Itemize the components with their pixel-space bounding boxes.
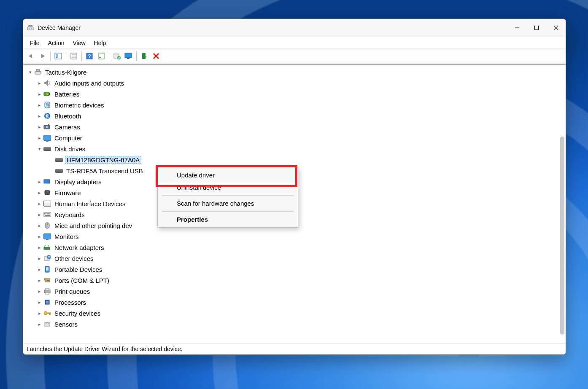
properties-icon xyxy=(70,53,78,59)
tree-item-biometric[interactable]: ▸Biometric devices xyxy=(24,99,565,110)
chevron-right-icon[interactable]: ▸ xyxy=(36,244,43,251)
tree-item-cameras[interactable]: ▸Cameras xyxy=(24,121,565,132)
context-menu-update-driver[interactable]: Update driver xyxy=(158,169,297,181)
tree-item-monitors[interactable]: ▸Monitors xyxy=(24,231,565,242)
tree-item-printqueues[interactable]: ▸Print queues xyxy=(24,286,565,297)
chevron-right-icon[interactable]: ▸ xyxy=(36,233,43,240)
svg-rect-26 xyxy=(35,71,41,74)
keyboard-icon xyxy=(43,211,51,218)
chevron-right-icon[interactable]: ▸ xyxy=(36,123,43,131)
battery-icon xyxy=(43,90,51,98)
chevron-right-icon[interactable]: ▸ xyxy=(36,79,43,87)
context-menu-uninstall-device[interactable]: Uninstall device xyxy=(158,181,297,193)
chevron-right-icon[interactable]: ▸ xyxy=(36,309,43,317)
arrow-left-icon xyxy=(27,53,35,59)
disk-icon xyxy=(55,167,63,174)
forward-button[interactable] xyxy=(37,51,49,62)
tree-item-computer[interactable]: ▸Computer xyxy=(24,132,565,143)
chevron-right-icon[interactable]: ▸ xyxy=(36,255,43,262)
close-button[interactable] xyxy=(546,19,566,37)
show-hide-tree-button[interactable] xyxy=(52,51,64,62)
title-bar[interactable]: Device Manager xyxy=(23,19,566,37)
chevron-right-icon[interactable]: ▸ xyxy=(36,178,43,185)
tree-item-other[interactable]: ▸?Other devices xyxy=(24,253,565,264)
tree-item-label: Disk drives xyxy=(54,145,86,153)
svg-point-59 xyxy=(46,280,46,281)
disk-icon xyxy=(55,156,63,164)
minimize-button[interactable] xyxy=(507,19,527,37)
tree-root-label: Tacitus-Kilgore xyxy=(44,69,87,76)
svg-rect-27 xyxy=(36,70,40,71)
tree-item-diskdrives[interactable]: ▾Disk drives xyxy=(24,143,565,154)
chevron-right-icon[interactable]: ▸ xyxy=(36,112,43,120)
mouse-icon xyxy=(43,222,51,229)
chevron-right-icon[interactable]: ▸ xyxy=(36,266,43,273)
enable-device-button[interactable] xyxy=(138,51,150,62)
chevron-right-icon[interactable]: ▸ xyxy=(36,222,43,229)
chevron-right-icon[interactable]: ▸ xyxy=(36,101,43,109)
tree-item-label: Cameras xyxy=(54,123,81,131)
update-driver-button[interactable] xyxy=(111,51,123,62)
context-menu-separator xyxy=(162,211,294,212)
computer-icon xyxy=(43,134,51,142)
tree-item-portable[interactable]: ▸Portable Devices xyxy=(24,264,565,275)
chevron-right-icon[interactable]: ▸ xyxy=(36,298,43,306)
context-menu-scan-hardware[interactable]: Scan for hardware changes xyxy=(158,197,297,209)
svg-rect-18 xyxy=(99,57,101,58)
hid-icon xyxy=(43,200,51,207)
tree-item-ports[interactable]: ▸Ports (COM & LPT) xyxy=(24,275,565,286)
tree-item-label: Biometric devices xyxy=(54,102,105,109)
vertical-scrollbar[interactable] xyxy=(560,137,564,335)
svg-point-60 xyxy=(47,280,48,281)
tree-item-audio[interactable]: ▸Audio inputs and outputs xyxy=(24,78,565,89)
context-menu-properties[interactable]: Properties xyxy=(158,213,297,225)
chevron-right-icon[interactable]: ▸ xyxy=(36,189,43,196)
menu-action[interactable]: Action xyxy=(44,39,69,47)
chevron-right-icon[interactable]: ▸ xyxy=(36,320,43,328)
tree-item-disk-hfm128[interactable]: HFM128GDGTNG-87A0A xyxy=(24,154,565,165)
chevron-right-icon[interactable]: ▸ xyxy=(36,211,43,218)
maximize-button[interactable] xyxy=(527,19,546,37)
svg-rect-48 xyxy=(48,213,49,214)
help-button[interactable]: ? xyxy=(84,51,95,62)
chevron-right-icon[interactable]: ▸ xyxy=(36,287,43,295)
svg-rect-64 xyxy=(46,292,49,294)
tree-item-sensors[interactable]: ▸Sensors xyxy=(24,319,565,330)
update-driver-icon xyxy=(113,53,121,59)
sensor-icon xyxy=(43,320,51,328)
tree-item-bluetooth[interactable]: ▸Bluetooth xyxy=(24,110,565,121)
menu-file[interactable]: File xyxy=(26,39,44,47)
disable-device-button[interactable] xyxy=(150,51,162,62)
tree-item-label: Batteries xyxy=(54,91,80,98)
svg-text:?: ? xyxy=(48,255,50,259)
chevron-right-icon[interactable]: ▸ xyxy=(36,276,43,284)
menu-help[interactable]: Help xyxy=(90,39,111,47)
chevron-right-icon[interactable]: ▸ xyxy=(36,200,43,207)
svg-rect-22 xyxy=(127,58,129,59)
tree-item-network[interactable]: ▸Network adapters xyxy=(24,242,565,253)
tree-item-batteries[interactable]: ▸Batteries xyxy=(24,89,565,99)
scan-hardware-button[interactable] xyxy=(95,51,107,62)
svg-rect-0 xyxy=(27,27,33,30)
tree-item-processors[interactable]: ▸Processors xyxy=(24,297,565,308)
back-button[interactable] xyxy=(25,51,37,62)
menu-view[interactable]: View xyxy=(68,39,89,47)
window-title: Device Manager xyxy=(38,24,81,31)
tree-item-security[interactable]: ▸Security devices xyxy=(24,308,565,319)
chevron-right-icon[interactable]: ▸ xyxy=(36,134,43,142)
tree-item-label: Audio inputs and outputs xyxy=(54,80,125,87)
chevron-down-icon[interactable]: ▾ xyxy=(36,145,43,153)
properties-button[interactable] xyxy=(68,51,80,62)
chevron-right-icon[interactable]: ▸ xyxy=(36,90,43,98)
uninstall-device-button[interactable] xyxy=(123,51,135,62)
svg-rect-66 xyxy=(46,301,49,303)
bluetooth-icon xyxy=(43,112,51,120)
svg-rect-21 xyxy=(125,53,132,58)
tree-item-label: Ports (COM & LPT) xyxy=(54,277,110,284)
portable-device-icon xyxy=(43,266,51,273)
context-menu-separator xyxy=(162,195,294,196)
tree-item-label: Print queues xyxy=(54,288,91,295)
tree-root[interactable]: ▾ Tacitus-Kilgore xyxy=(24,67,565,78)
chevron-down-icon[interactable]: ▾ xyxy=(27,68,34,76)
svg-text:?: ? xyxy=(88,54,91,59)
